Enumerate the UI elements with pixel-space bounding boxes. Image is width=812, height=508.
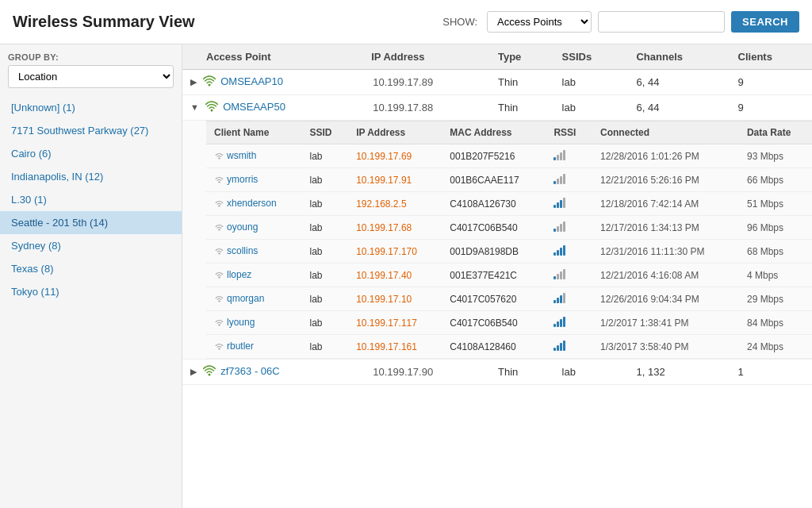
client-mac-cell: C4108A126730 <box>442 192 546 216</box>
client-subtable-row: Client Name SSID IP Address MAC Address … <box>182 121 812 360</box>
ap-name-row2[interactable]: OMSEAAP50 <box>223 101 285 113</box>
client-ssid-cell: lab <box>302 240 349 264</box>
signal-bars <box>553 268 565 279</box>
client-row: rbutler lab 10.199.17.161 C4108A128460 1… <box>206 335 812 359</box>
search-button[interactable]: SEARCH <box>731 11 799 33</box>
client-ip-cell: 10.199.17.10 <box>348 287 442 311</box>
client-col-ssid: SSID <box>302 121 349 144</box>
wifi-icon-row3 <box>203 365 216 379</box>
client-rate-cell: 4 Mbps <box>739 264 812 287</box>
sidebar-item-tokyo[interactable]: Tokyo (11) <box>0 280 182 303</box>
table-row: ▶ OMSEAAP10 10.199.17 <box>182 70 812 95</box>
sidebar-item-l30[interactable]: L.30 (1) <box>0 188 182 211</box>
signal-bar <box>557 202 559 208</box>
client-rate-cell: 93 Mbps <box>739 144 812 168</box>
signal-bar <box>553 348 556 351</box>
client-count-cell-row3: 1 <box>730 360 812 385</box>
client-wifi-icon <box>214 294 224 305</box>
svg-point-5 <box>218 229 220 230</box>
client-wifi-icon <box>214 341 224 352</box>
svg-point-2 <box>218 157 220 159</box>
expand-btn-row3[interactable]: ▶ <box>190 367 197 376</box>
client-rate-cell: 68 Mbps <box>739 240 812 264</box>
sidebar-item-unknown[interactable]: [Unknown] (1) <box>0 96 182 119</box>
client-name[interactable]: rbutler <box>227 341 254 352</box>
client-name[interactable]: oyoung <box>227 221 258 233</box>
sidebar-item-indianapolis[interactable]: Indianapolis, IN (12) <box>0 165 182 188</box>
type-cell-row1: Thin <box>490 70 554 95</box>
wifi-icon-row2 <box>205 101 218 114</box>
app-container: Wireless Summary View SHOW: Access Point… <box>0 0 812 508</box>
client-rssi-cell <box>546 311 592 335</box>
signal-bar <box>560 343 562 351</box>
signal-bar <box>553 252 556 256</box>
page-title: Wireless Summary View <box>13 13 442 31</box>
signal-bar <box>557 274 559 279</box>
signal-bar <box>557 250 559 256</box>
search-input[interactable] <box>598 11 725 33</box>
client-mac-cell: 001B207F5216 <box>442 144 546 168</box>
client-name[interactable]: lyoung <box>227 317 255 328</box>
signal-bar <box>557 226 559 232</box>
sidebar-item-cairo[interactable]: Cairo (6) <box>0 142 182 165</box>
col-type: Type <box>490 44 554 70</box>
client-rate-cell: 29 Mbps <box>739 287 812 311</box>
client-mac-cell: C4017C06B540 <box>442 311 546 335</box>
ap-table-header-row: Access Point IP Address Type SSIDs Chann… <box>182 44 812 70</box>
svg-point-8 <box>218 300 220 302</box>
client-wifi-icon <box>214 222 224 233</box>
sidebar-item-seattle[interactable]: Seattle - 201 5th (14) <box>0 211 182 234</box>
sidebar-item-sydney[interactable]: Sydney (8) <box>0 234 182 257</box>
client-ip-cell: 10.199.17.68 <box>348 216 442 240</box>
signal-bar <box>560 248 562 256</box>
client-ssid-cell: lab <box>302 335 349 359</box>
client-name[interactable]: xhenderson <box>227 198 277 209</box>
header-controls: SHOW: Access Points Clients SSIDs SEARCH <box>442 11 799 33</box>
expand-btn-row1[interactable]: ▶ <box>190 77 197 87</box>
svg-point-11 <box>208 374 210 376</box>
client-col-ip: IP Address <box>348 121 442 144</box>
client-row: qmorgan lab 10.199.17.10 C4017C057620 12… <box>206 287 812 311</box>
client-name-cell: scollins <box>206 240 302 264</box>
signal-bar <box>553 324 556 327</box>
client-name[interactable]: wsmith <box>227 150 256 161</box>
ap-name-cell: ▶ OMSEAAP10 <box>182 70 363 95</box>
ap-name-row3[interactable]: zf7363 - 06C <box>220 365 279 377</box>
svg-point-6 <box>218 252 220 254</box>
client-name[interactable]: llopez <box>227 269 251 280</box>
client-name[interactable]: scollins <box>227 245 258 256</box>
group-by-select[interactable]: Location Type SSID <box>8 65 174 88</box>
client-ip: 10.199.17.10 <box>356 294 412 305</box>
expand-btn-row2[interactable]: ▼ <box>190 102 199 112</box>
client-rssi-cell <box>546 168 592 192</box>
channel-cell-row3: 1, 132 <box>628 360 730 385</box>
channel-cell-row1: 6, 44 <box>628 70 730 95</box>
type-cell-row2: Thin <box>490 95 554 121</box>
channel-cell-row2: 6, 44 <box>628 95 730 121</box>
sidebar-item-southwest[interactable]: 7171 Southwest Parkway (27) <box>0 119 182 142</box>
client-row: scollins lab 10.199.17.170 001D9A8198DB … <box>206 240 812 264</box>
client-rssi-cell <box>546 287 592 311</box>
client-ip-cell: 192.168.2.5 <box>348 192 442 216</box>
type-cell-row3: Thin <box>490 360 554 385</box>
client-name-cell: lyoung <box>206 311 302 335</box>
client-ssid-cell: lab <box>302 144 349 168</box>
client-name[interactable]: qmorgan <box>227 293 264 304</box>
signal-bar <box>563 221 565 232</box>
signal-bar <box>563 174 565 184</box>
sidebar-item-texas[interactable]: Texas (8) <box>0 257 182 280</box>
client-mac-cell: 001D9A8198DB <box>442 240 546 264</box>
signal-bars <box>553 149 565 160</box>
client-ssid-cell: lab <box>302 311 349 335</box>
client-rate-cell: 51 Mbps <box>739 192 812 216</box>
signal-bar <box>563 317 565 327</box>
client-row: xhenderson lab 192.168.2.5 C4108A126730 … <box>206 192 812 216</box>
ap-name-row1[interactable]: OMSEAAP10 <box>220 75 283 87</box>
client-count-cell-row1: 9 <box>730 70 812 95</box>
signal-bar <box>557 179 559 184</box>
show-select[interactable]: Access Points Clients SSIDs <box>487 11 592 33</box>
client-name-cell: rbutler <box>206 335 302 359</box>
group-by-select-wrap: Location Type SSID <box>0 65 182 96</box>
client-name[interactable]: ymorris <box>227 174 258 185</box>
client-rssi-cell <box>546 335 592 359</box>
